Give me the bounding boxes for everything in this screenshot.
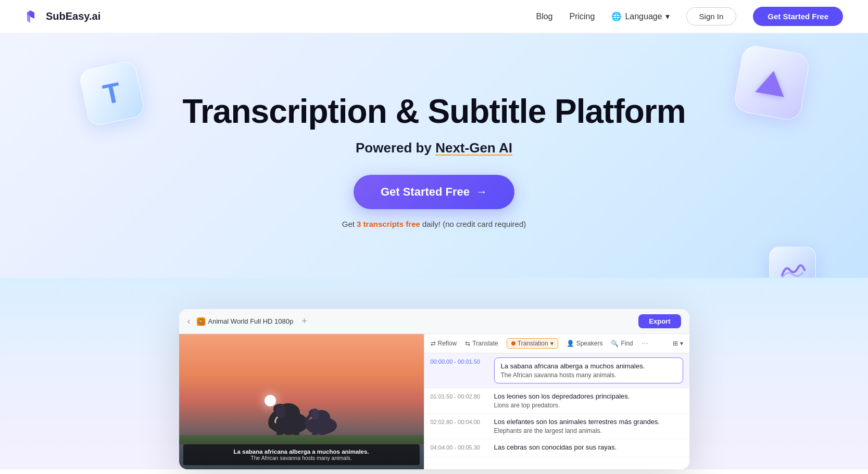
find-button[interactable]: 🔍 Find — [611, 340, 633, 347]
language-label: Language — [625, 12, 662, 21]
arrow-right-icon: → — [476, 185, 487, 199]
t-letter-box: T — [78, 59, 146, 127]
hero-cta-label: Get Started Free — [381, 185, 470, 199]
nav-links: Blog Pricing 🌐 Language ▾ Sign In Get St… — [536, 7, 843, 26]
note-prefix: Get — [342, 220, 357, 228]
transcript-text-main: Los elefantes son los animales terrestre… — [494, 418, 683, 426]
app-window: ‹ 🦁 Animal World Full HD 1080p + Export — [179, 309, 689, 469]
logo-icon — [25, 8, 42, 25]
subtitle-overlay: La sabana africana alberga a muchos anim… — [183, 444, 420, 465]
transcript-body: 00:00.00 - 00:01.50 La sabana africana a… — [424, 353, 689, 469]
translate-button[interactable]: ⇆ Translate — [465, 340, 498, 347]
hero-cta-button[interactable]: Get Started Free → — [354, 175, 514, 209]
hero-subtitle: Powered by Next-Gen AI — [356, 140, 512, 156]
nav-get-started-button[interactable]: Get Started Free — [753, 7, 843, 26]
export-button[interactable]: Export — [638, 314, 681, 328]
floating-triangle-icon — [738, 49, 806, 117]
t-letter: T — [100, 75, 123, 111]
reflow-button[interactable]: ⇄ Reflow — [431, 340, 457, 347]
editor-toolbar: ⇄ Reflow ⇆ Translate Translation ▾ 👤 — [424, 334, 689, 353]
add-tab-button[interactable]: + — [301, 316, 307, 327]
brand-name: SubEasy.ai — [46, 10, 100, 22]
reflow-label: Reflow — [438, 340, 457, 347]
triangle-icon-box — [733, 44, 811, 122]
subtitle-line1: La sabana africana alberga a muchos anim… — [190, 449, 413, 455]
back-button[interactable]: ‹ — [187, 316, 191, 327]
hero-section: T Transcription & Subtitle Platform Powe… — [0, 33, 868, 278]
transcript-time: 01:01.50 - 00:02.80 — [431, 392, 488, 409]
app-titlebar: ‹ 🦁 Animal World Full HD 1080p + Export — [179, 309, 689, 334]
app-body: La sabana africana alberga a muchos anim… — [179, 334, 689, 469]
chevron-down-icon: ▾ — [665, 11, 670, 21]
transcript-text-main: Las cebras son conocidas por sus rayas. — [494, 443, 683, 451]
wave-svg — [779, 260, 806, 278]
active-text-box: La sabana africana alberga a muchos anim… — [494, 357, 683, 383]
logo[interactable]: SubEasy.ai — [25, 8, 100, 25]
transcript-text-main: Los leones son los depredadores principa… — [494, 392, 683, 400]
video-ground — [179, 435, 424, 444]
transcript-text-trans: Elephants are the largest land animals. — [494, 427, 683, 434]
app-section: ‹ 🦁 Animal World Full HD 1080p + Export — [0, 278, 868, 469]
transcript-text-trans: The African savanna hosts many animals. — [501, 371, 676, 379]
triangle-shape — [755, 68, 788, 97]
more-options-button[interactable]: ··· — [641, 339, 648, 348]
floating-wave-icon — [769, 247, 816, 278]
find-icon: 🔍 — [611, 340, 619, 347]
speakers-label: Speakers — [576, 340, 603, 347]
video-elephants — [260, 394, 343, 438]
translation-badge[interactable]: Translation ▾ — [507, 338, 558, 349]
subtitle-highlight: Next-Gen AI — [435, 140, 512, 156]
transcript-row[interactable]: 04:04.00 - 00:05.30 Las cebras son conoc… — [424, 439, 689, 457]
view-button[interactable]: ⊞ ▾ — [673, 340, 683, 347]
tab-name: Animal World Full HD 1080p — [208, 317, 294, 325]
floating-t-icon: T — [83, 65, 141, 122]
subtitle-line2: The African savanna hosts many animals. — [190, 455, 413, 461]
translation-label: Translation — [518, 340, 548, 347]
hero-title: Transcription & Subtitle Platform — [182, 93, 685, 130]
reflow-icon: ⇄ — [431, 340, 436, 347]
transcript-row[interactable]: 02:02.80 - 00:04.00 Los elefantes son lo… — [424, 414, 689, 439]
language-selector[interactable]: 🌐 Language ▾ — [611, 11, 669, 21]
speakers-icon: 👤 — [567, 340, 574, 347]
translation-dot — [511, 341, 515, 345]
editor-panel: ⇄ Reflow ⇆ Translate Translation ▾ 👤 — [424, 334, 689, 469]
hero-note: Get 3 transcripts free daily! (no credit… — [342, 220, 526, 228]
video-panel: La sabana africana alberga a muchos anim… — [179, 334, 424, 469]
translation-chevron: ▾ — [550, 340, 553, 347]
transcript-texts: Los leones son los depredadores principa… — [494, 392, 683, 409]
app-tab[interactable]: 🦁 Animal World Full HD 1080p — [197, 317, 294, 326]
view-chevron: ▾ — [680, 340, 683, 347]
globe-icon: 🌐 — [611, 11, 622, 21]
transcript-time: 00:00.00 - 00:01.50 — [431, 357, 488, 383]
svg-point-12 — [311, 408, 319, 420]
translate-label: Translate — [472, 340, 498, 347]
transcript-text-trans: Lions are top predators. — [494, 402, 683, 409]
navbar: SubEasy.ai Blog Pricing 🌐 Language ▾ Sig… — [0, 0, 868, 33]
signin-button[interactable]: Sign In — [686, 7, 737, 25]
transcript-time: 04:04.00 - 00:05.30 — [431, 443, 488, 453]
transcript-texts: La sabana africana alberga a muchos anim… — [494, 357, 683, 383]
elephants-svg — [260, 394, 343, 436]
tab-icon: 🦁 — [197, 317, 205, 326]
blog-link[interactable]: Blog — [536, 12, 552, 21]
transcript-texts: Las cebras son conocidas por sus rayas. — [494, 443, 683, 453]
speakers-button[interactable]: 👤 Speakers — [567, 340, 603, 347]
pricing-link[interactable]: Pricing — [569, 12, 595, 21]
view-icon: ⊞ — [673, 340, 678, 347]
translate-icon: ⇆ — [465, 340, 470, 347]
transcript-row[interactable]: 00:00.00 - 00:01.50 La sabana africana a… — [424, 353, 689, 388]
transcript-time: 02:02.80 - 00:04.00 — [431, 418, 488, 434]
subtitle-prefix: Powered by — [356, 140, 435, 156]
wave-icon-box — [769, 247, 816, 278]
note-suffix: daily! (no credit card required) — [420, 220, 526, 228]
svg-point-6 — [275, 404, 286, 418]
transcript-texts: Los elefantes son los animales terrestre… — [494, 418, 683, 434]
find-label: Find — [621, 340, 633, 347]
transcript-text-main: La sabana africana alberga a muchos anim… — [501, 362, 676, 370]
transcript-row[interactable]: 01:01.50 - 00:02.80 Los leones son los d… — [424, 388, 689, 414]
note-highlight: 3 transcripts free — [357, 220, 420, 228]
